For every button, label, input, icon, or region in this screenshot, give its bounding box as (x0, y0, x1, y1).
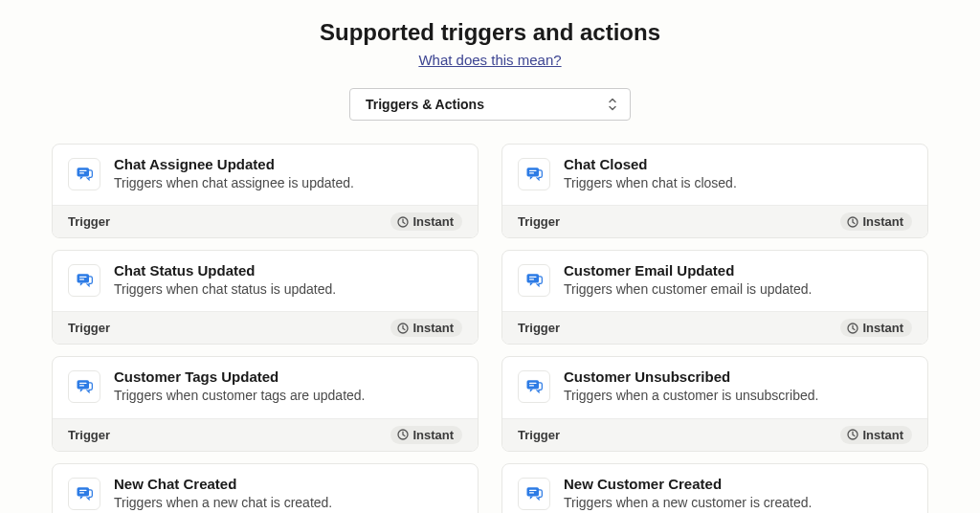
chat-app-icon (68, 264, 100, 297)
trigger-card[interactable]: Customer Unsubscribed Triggers when a cu… (501, 356, 928, 451)
chat-app-icon (68, 478, 100, 510)
clock-icon (847, 429, 858, 440)
trigger-card[interactable]: New Chat Created Triggers when a new cha… (52, 463, 479, 513)
card-title: Chat Status Updated (114, 262, 462, 279)
filter-dropdown-label: Triggers & Actions (366, 97, 484, 112)
clock-icon (847, 323, 858, 334)
chat-app-icon (518, 478, 550, 510)
card-description: Triggers when a new customer is created. (564, 494, 912, 511)
card-title: Customer Unsubscribed (564, 368, 912, 385)
card-type-label: Trigger (68, 214, 110, 229)
trigger-card[interactable]: Chat Status Updated Triggers when chat s… (52, 250, 479, 345)
badge-text: Instant (412, 428, 454, 442)
badge-text: Instant (412, 214, 454, 229)
card-description: Triggers when chat is closed. (564, 174, 912, 191)
filter-dropdown[interactable]: Triggers & Actions (349, 88, 631, 121)
card-description: Triggers when chat status is updated. (114, 280, 462, 298)
card-type-label: Trigger (68, 321, 110, 335)
card-title: Chat Closed (564, 156, 912, 172)
chat-app-icon (68, 370, 100, 403)
trigger-card[interactable]: Customer Tags Updated Triggers when cust… (52, 356, 479, 451)
badge-text: Instant (862, 428, 903, 442)
card-type-label: Trigger (518, 321, 560, 335)
instant-badge: Instant (390, 319, 462, 337)
instant-badge: Instant (840, 319, 912, 337)
card-title: Customer Tags Updated (114, 368, 462, 385)
card-description: Triggers when a new chat is created. (114, 494, 462, 511)
clock-icon (397, 216, 409, 228)
instant-badge: Instant (390, 212, 462, 231)
clock-icon (397, 429, 409, 440)
badge-text: Instant (862, 214, 903, 229)
card-description: Triggers when customer tags are updated. (114, 387, 462, 404)
trigger-card[interactable]: Chat Closed Triggers when chat is closed… (501, 144, 928, 238)
chevron-updown-icon (607, 98, 618, 111)
instant-badge: Instant (840, 212, 912, 231)
clock-icon (397, 323, 409, 334)
card-title: New Customer Created (564, 476, 912, 492)
chat-app-icon (518, 264, 550, 297)
chat-app-icon (68, 158, 100, 190)
trigger-card[interactable]: Customer Email Updated Triggers when cus… (501, 250, 928, 345)
trigger-card[interactable]: New Customer Created Triggers when a new… (501, 463, 928, 513)
card-description: Triggers when customer email is updated. (564, 280, 912, 298)
chat-app-icon (518, 370, 550, 403)
card-title: Chat Assignee Updated (114, 156, 462, 172)
badge-text: Instant (862, 321, 903, 335)
badge-text: Instant (412, 321, 454, 335)
card-type-label: Trigger (518, 214, 560, 229)
card-description: Triggers when chat assignee is updated. (114, 174, 462, 191)
card-title: Customer Email Updated (564, 262, 912, 279)
card-type-label: Trigger (518, 428, 560, 442)
card-description: Triggers when a customer is unsubscribed… (564, 387, 912, 404)
page-title: Supported triggers and actions (52, 19, 928, 46)
clock-icon (847, 216, 858, 228)
help-link[interactable]: What does this mean? (418, 52, 561, 68)
trigger-card[interactable]: Chat Assignee Updated Triggers when chat… (52, 144, 479, 238)
chat-app-icon (518, 158, 550, 190)
instant-badge: Instant (840, 426, 912, 444)
card-title: New Chat Created (114, 476, 462, 492)
card-type-label: Trigger (68, 428, 110, 442)
instant-badge: Instant (390, 426, 462, 444)
